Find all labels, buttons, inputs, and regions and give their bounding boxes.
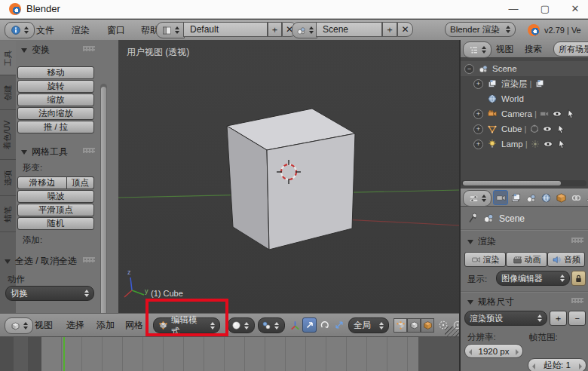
edge-slide-button[interactable]: 滑移边 bbox=[17, 176, 67, 189]
viewport-menu-view[interactable]: 视图 bbox=[35, 314, 53, 336]
panel-grip-icon[interactable] bbox=[83, 148, 95, 153]
outliner-row-world[interactable]: World bbox=[460, 91, 588, 106]
face-select-mode-button[interactable] bbox=[421, 318, 434, 333]
audio-button[interactable]: 音频 bbox=[547, 252, 585, 267]
shelf-scrollbar-thumb[interactable] bbox=[101, 87, 106, 313]
outliner-row-camera[interactable]: + Camera | bbox=[460, 106, 588, 121]
render-engine-dropdown[interactable]: Blender 渲染 bbox=[445, 22, 516, 37]
expand-icon[interactable]: + bbox=[473, 79, 483, 89]
render-presets-dropdown[interactable]: 渲染预设 bbox=[464, 311, 547, 326]
animation-button[interactable]: 动画 bbox=[506, 252, 547, 267]
vertex-slide-button[interactable]: 顶点 bbox=[67, 176, 94, 189]
action-dropdown[interactable]: 切换 bbox=[5, 286, 94, 301]
smooth-vertex-button[interactable]: 平滑顶点 bbox=[17, 204, 94, 216]
region-divider[interactable] bbox=[459, 40, 461, 371]
move-button[interactable]: 移动 bbox=[17, 66, 94, 79]
scale-button[interactable]: 缩放 bbox=[17, 94, 94, 106]
selectability-cursor-icon[interactable] bbox=[565, 109, 576, 119]
resolution-x-field[interactable]: 1920 px bbox=[464, 344, 523, 358]
panel-grip-icon[interactable] bbox=[83, 46, 95, 51]
shelf-tab-tools[interactable]: 工具 bbox=[0, 41, 16, 75]
frame-start-field[interactable]: 起始: 1 bbox=[528, 358, 586, 371]
minimize-button[interactable]: — bbox=[502, 0, 525, 18]
render-button[interactable]: 渲染 bbox=[464, 252, 506, 267]
shelf-tab-shading-uv[interactable]: 着色/UV bbox=[0, 110, 16, 160]
properties-editor-type-button[interactable] bbox=[463, 190, 492, 207]
viewport-3d[interactable]: 用户视图 (透视) z y (1) Cube bbox=[118, 40, 460, 313]
outliner-row-scene[interactable]: − Scene bbox=[460, 61, 588, 76]
scene-browse-button[interactable] bbox=[292, 22, 317, 38]
tab-render[interactable] bbox=[493, 190, 508, 205]
scale-manipulator-button[interactable] bbox=[332, 317, 346, 333]
shelf-tab-options[interactable]: 选项 bbox=[0, 160, 16, 196]
noise-button[interactable]: 噪波 bbox=[17, 190, 94, 203]
preset-add-button[interactable]: ＋ bbox=[550, 311, 567, 326]
scene-add-button[interactable]: ＋ bbox=[382, 22, 397, 37]
push-pull-button[interactable]: 推 / 拉 bbox=[17, 121, 94, 133]
corner-resize-grip[interactable] bbox=[445, 327, 460, 338]
screen-layout-browse-button[interactable] bbox=[156, 22, 185, 38]
outliner-row-lamp[interactable]: + Lamp | bbox=[460, 136, 588, 152]
viewport-menu-mesh[interactable]: 网格 bbox=[125, 314, 143, 336]
edge-select-mode-button[interactable] bbox=[407, 318, 421, 333]
lock-interface-button[interactable] bbox=[571, 271, 586, 286]
selectability-cursor-icon[interactable] bbox=[556, 139, 567, 149]
panel-grip-icon[interactable] bbox=[83, 257, 95, 262]
menu-render[interactable]: 渲染 bbox=[72, 20, 90, 41]
mode-dropdown[interactable]: 编辑模式 bbox=[153, 317, 220, 333]
viewport-menu-add[interactable]: 添加 bbox=[96, 314, 115, 336]
viewport-editor-type-button[interactable] bbox=[5, 317, 33, 334]
scene-name-field[interactable]: Scene bbox=[316, 22, 382, 37]
shading-dropdown[interactable] bbox=[228, 317, 255, 333]
screen-layout-name-field[interactable]: Default bbox=[183, 22, 268, 37]
shrink-fatten-button[interactable]: 法向缩放 bbox=[17, 107, 94, 120]
randomize-button[interactable]: 随机 bbox=[17, 217, 94, 230]
viewport-menu-select[interactable]: 选择 bbox=[66, 314, 84, 336]
pivot-dropdown[interactable] bbox=[258, 317, 285, 333]
shelf-tab-create[interactable]: 创建 bbox=[0, 75, 16, 110]
tab-world[interactable] bbox=[538, 190, 553, 205]
panel-header-select-all[interactable]: 全选 / 取消全选 bbox=[5, 255, 77, 268]
info-editor-type-button[interactable] bbox=[5, 22, 35, 38]
menu-file[interactable]: 文件 bbox=[36, 20, 54, 41]
display-dropdown[interactable]: 图像编辑器 bbox=[496, 271, 570, 286]
pin-icon[interactable] bbox=[467, 212, 479, 224]
tab-scene[interactable] bbox=[523, 190, 538, 205]
screen-layout-add-button[interactable]: ＋ bbox=[268, 22, 282, 37]
visibility-eye-icon[interactable] bbox=[543, 139, 553, 149]
outliner-row-cube[interactable]: + Cube | bbox=[460, 121, 588, 136]
menu-window[interactable]: 窗口 bbox=[107, 20, 125, 41]
timeline-strip[interactable] bbox=[0, 337, 460, 371]
preset-remove-button[interactable]: － bbox=[568, 311, 586, 326]
scene-close-button[interactable]: ✕ bbox=[397, 22, 413, 37]
shelf-tab-grease-pencil[interactable]: 蜡笔 bbox=[0, 196, 16, 232]
outliner-menu-search[interactable]: 搜索 bbox=[525, 44, 542, 55]
collapse-icon[interactable]: − bbox=[464, 64, 474, 74]
tab-render-layers[interactable] bbox=[508, 190, 523, 205]
rotate-manipulator-button[interactable] bbox=[317, 317, 332, 333]
panel-header-dimensions[interactable]: 规格尺寸 bbox=[467, 296, 514, 308]
outliner-editor-type-button[interactable] bbox=[463, 41, 492, 58]
expand-icon[interactable]: + bbox=[473, 140, 483, 149]
panel-header-render[interactable]: 渲染 bbox=[467, 235, 496, 248]
tab-modifiers[interactable] bbox=[583, 190, 588, 205]
panel-grip-icon[interactable] bbox=[571, 238, 583, 243]
outliner-scope-dropdown[interactable]: 所有场景 bbox=[553, 41, 588, 57]
orientation-dropdown[interactable]: 全局 bbox=[348, 317, 389, 333]
panel-header-mesh-tools[interactable]: 网格工具 bbox=[21, 146, 68, 158]
vertex-select-mode-button[interactable] bbox=[394, 318, 407, 333]
visibility-eye-icon[interactable] bbox=[542, 124, 553, 134]
visibility-eye-icon[interactable] bbox=[552, 109, 562, 119]
close-button[interactable]: ✕ bbox=[564, 0, 586, 18]
outliner-menu-view[interactable]: 视图 bbox=[496, 44, 513, 55]
selectability-cursor-icon[interactable] bbox=[556, 124, 566, 134]
tab-constraints[interactable] bbox=[568, 190, 583, 205]
playhead-line[interactable] bbox=[63, 337, 65, 371]
tab-object[interactable] bbox=[553, 190, 568, 205]
panel-header-transform[interactable]: 变换 bbox=[21, 44, 50, 57]
panel-grip-icon[interactable] bbox=[571, 298, 583, 303]
manipulator-toggle-button[interactable] bbox=[288, 317, 302, 333]
expand-icon[interactable]: + bbox=[473, 124, 483, 134]
expand-icon[interactable]: + bbox=[473, 109, 483, 119]
breadcrumb-scene[interactable]: Scene bbox=[499, 213, 525, 224]
